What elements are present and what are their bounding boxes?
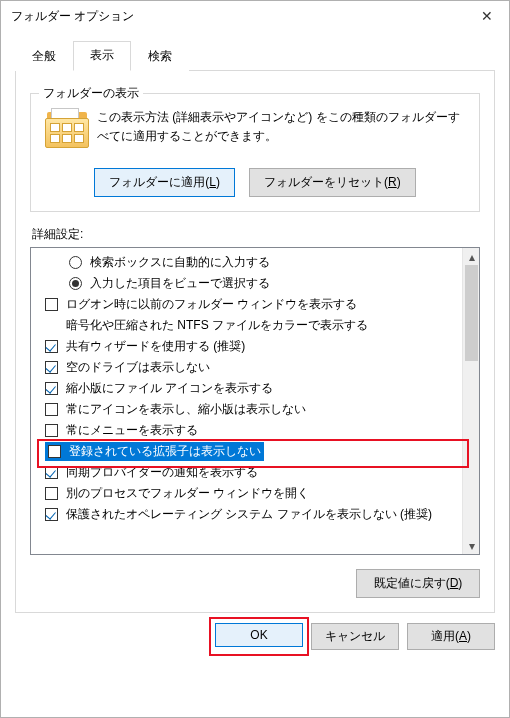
checkbox-icon[interactable] (45, 382, 58, 395)
list-item[interactable]: 共有ウィザードを使用する (推奨) (33, 336, 460, 357)
list-item[interactable]: 縮小版にファイル アイコンを表示する (33, 378, 460, 399)
list-item-label: 入力した項目をビューで選択する (90, 275, 270, 292)
checkbox-icon[interactable] (48, 445, 61, 458)
list-item-label: 常にメニューを表示する (66, 422, 198, 439)
list-item-label: 検索ボックスに自動的に入力する (90, 254, 270, 271)
list-item[interactable]: 暗号化や圧縮された NTFS ファイルをカラーで表示する (33, 315, 460, 336)
list-item[interactable]: 空のドライブは表示しない (33, 357, 460, 378)
checkbox-icon[interactable] (45, 424, 58, 437)
dialog-buttons: OK キャンセル 適用(A) (1, 613, 509, 664)
folder-icon (43, 108, 91, 152)
checkbox-icon[interactable] (45, 361, 58, 374)
apply-to-folders-button[interactable]: フォルダーに適用(L) (94, 168, 235, 197)
checkbox-icon[interactable] (45, 298, 58, 311)
checkbox-icon[interactable] (45, 487, 58, 500)
scroll-up-icon[interactable]: ▴ (463, 248, 480, 265)
list-item[interactable]: 常にメニューを表示する (33, 420, 460, 441)
list-item-label: 空のドライブは表示しない (66, 359, 210, 376)
list-item-label: 常にアイコンを表示し、縮小版は表示しない (66, 401, 306, 418)
close-icon[interactable]: ✕ (464, 1, 509, 31)
list-item[interactable]: 検索ボックスに自動的に入力する (33, 252, 460, 273)
checkbox-icon[interactable] (45, 466, 58, 479)
list-item-label: 登録されている拡張子は表示しない (69, 443, 261, 460)
list-item-label: 別のプロセスでフォルダー ウィンドウを開く (66, 485, 309, 502)
checkbox-icon[interactable] (45, 403, 58, 416)
folder-display-group: フォルダーの表示 この表示方法 (詳細表示やアイコンなど) をこの種類のフォルダ… (30, 93, 480, 212)
restore-defaults-button[interactable]: 既定値に戻す(D) (356, 569, 480, 598)
list-item-label: 同期プロバイダーの通知を表示する (66, 464, 258, 481)
list-item[interactable]: 同期プロバイダーの通知を表示する (33, 462, 460, 483)
list-item-label: ログオン時に以前のフォルダー ウィンドウを表示する (66, 296, 357, 313)
apply-button[interactable]: 適用(A) (407, 623, 495, 650)
list-item-label: 縮小版にファイル アイコンを表示する (66, 380, 273, 397)
list-item[interactable]: ログオン時に以前のフォルダー ウィンドウを表示する (33, 294, 460, 315)
scrollbar[interactable]: ▴ ▾ (462, 248, 479, 554)
advanced-listbox[interactable]: 検索ボックスに自動的に入力する入力した項目をビューで選択するログオン時に以前のフ… (30, 247, 480, 555)
tab-panel-view: フォルダーの表示 この表示方法 (詳細表示やアイコンなど) をこの種類のフォルダ… (15, 70, 495, 613)
checkbox-icon[interactable] (45, 508, 58, 521)
list-item-label: 保護されたオペレーティング システム ファイルを表示しない (推奨) (66, 506, 432, 523)
window-title: フォルダー オプション (11, 8, 464, 25)
list-item-label: 共有ウィザードを使用する (推奨) (66, 338, 245, 355)
cancel-button[interactable]: キャンセル (311, 623, 399, 650)
tab-search[interactable]: 検索 (131, 42, 189, 71)
tab-strip: 全般 表示 検索 (15, 41, 495, 71)
list-item[interactable]: 別のプロセスでフォルダー ウィンドウを開く (33, 483, 460, 504)
list-item[interactable]: 常にアイコンを表示し、縮小版は表示しない (33, 399, 460, 420)
tab-general[interactable]: 全般 (15, 42, 73, 71)
radio-icon[interactable] (69, 277, 82, 290)
list-item[interactable]: 登録されている拡張子は表示しない (45, 441, 460, 462)
tab-view[interactable]: 表示 (73, 41, 131, 71)
ok-button[interactable]: OK (215, 623, 303, 647)
group-title: フォルダーの表示 (39, 85, 143, 102)
scroll-down-icon[interactable]: ▾ (463, 537, 480, 554)
radio-icon[interactable] (69, 256, 82, 269)
folder-display-desc: この表示方法 (詳細表示やアイコンなど) をこの種類のフォルダーすべてに適用する… (97, 108, 467, 146)
scroll-thumb[interactable] (465, 265, 478, 361)
titlebar: フォルダー オプション ✕ (1, 1, 509, 31)
list-item[interactable]: 入力した項目をビューで選択する (33, 273, 460, 294)
advanced-label: 詳細設定: (32, 226, 480, 243)
checkbox-icon[interactable] (45, 340, 58, 353)
list-item-label: 暗号化や圧縮された NTFS ファイルをカラーで表示する (66, 317, 368, 334)
list-item[interactable]: 保護されたオペレーティング システム ファイルを表示しない (推奨) (33, 504, 460, 525)
reset-folders-button[interactable]: フォルダーをリセット(R) (249, 168, 416, 197)
